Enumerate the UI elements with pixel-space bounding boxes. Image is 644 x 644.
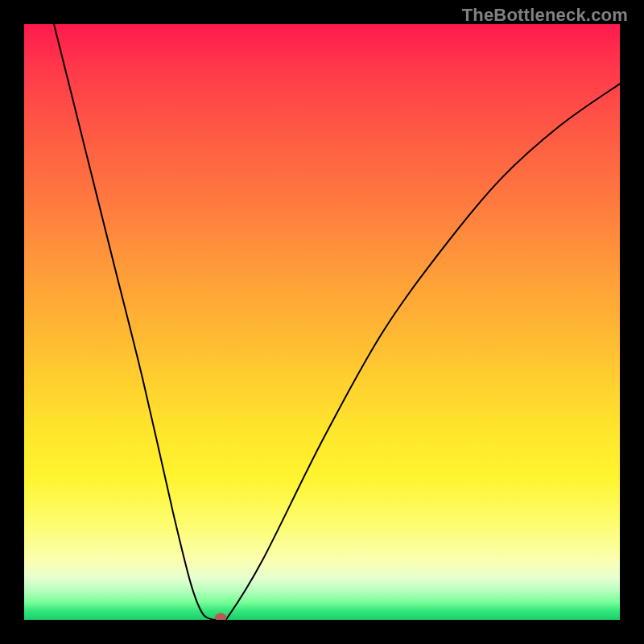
- watermark-text: TheBottleneck.com: [462, 5, 628, 26]
- bottleneck-curve: [54, 24, 620, 620]
- plot-area: [24, 24, 620, 620]
- chart-frame: TheBottleneck.com: [0, 0, 644, 644]
- chart-svg-layer: [24, 24, 620, 620]
- optimal-point-marker: [215, 613, 226, 620]
